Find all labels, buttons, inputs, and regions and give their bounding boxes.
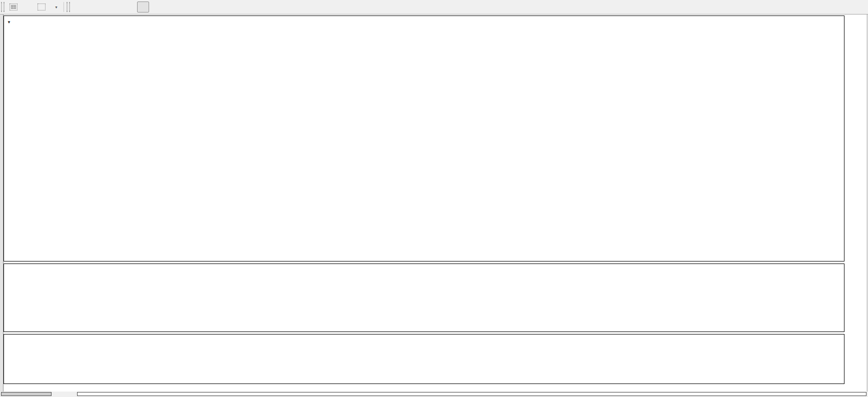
indicator-grid-icon (10, 4, 18, 10)
timeframe-h4-button[interactable] (137, 2, 149, 12)
chart-header: ▼ (7, 18, 16, 24)
timeframe-m15-button[interactable] (98, 2, 110, 12)
timeframe-mn-button[interactable] (176, 2, 188, 12)
text-tool-icon (38, 4, 46, 10)
text-tool-button[interactable] (35, 2, 49, 12)
chevron-down-icon: ▼ (55, 6, 58, 9)
timeframe-m1-button[interactable] (72, 2, 84, 12)
timeframe-m30-button[interactable] (111, 2, 123, 12)
mt4-window: ▼ ▼ (0, 0, 868, 397)
toolbar: ▼ (0, 0, 868, 14)
indicator-grid-button[interactable] (7, 2, 21, 12)
toolbar-grip[interactable] (67, 2, 70, 12)
objects-dropdown-button[interactable]: ▼ (50, 2, 62, 12)
timeframe-m5-button[interactable] (85, 2, 97, 12)
chart-canvas[interactable] (0, 0, 868, 397)
font-tool-button[interactable] (22, 2, 34, 12)
toolbar-grip[interactable] (1, 2, 5, 12)
collapse-triangle-icon[interactable]: ▼ (7, 20, 11, 24)
timeframe-w1-button[interactable] (163, 2, 175, 12)
toolbar-separator (64, 2, 64, 12)
timeframe-h1-button[interactable] (124, 2, 136, 12)
timeframe-d1-button[interactable] (150, 2, 162, 12)
